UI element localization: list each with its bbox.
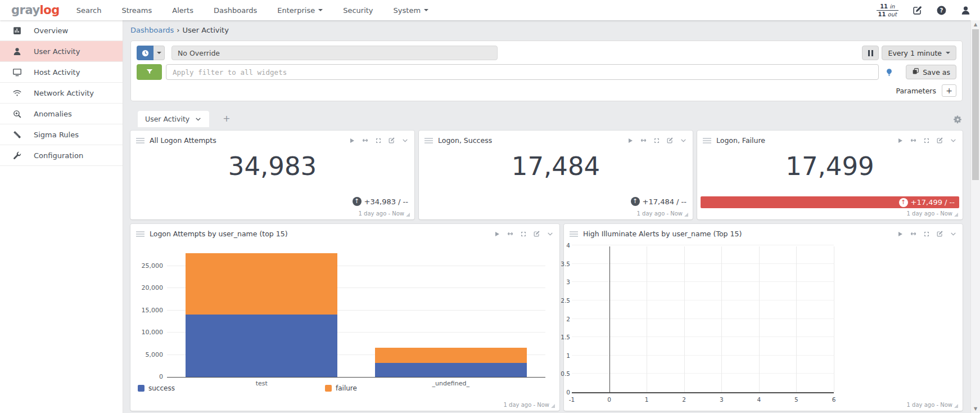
edit-icon[interactable] — [388, 137, 395, 144]
chevron-down-icon[interactable] — [547, 230, 554, 237]
edit-icon[interactable] — [912, 5, 923, 16]
pause-icon — [868, 50, 870, 56]
gridline-horizontal — [572, 300, 834, 300]
sidebar-item-label: Host Activity — [34, 68, 80, 77]
nav-item-system[interactable]: System — [394, 6, 428, 15]
nav-item-enterprise[interactable]: Enterprise — [277, 6, 323, 15]
svg-text:?: ? — [940, 7, 943, 14]
expand-icon[interactable] — [375, 137, 382, 144]
drag-handle-icon[interactable] — [136, 231, 144, 237]
sidebar-item-user-activity[interactable]: User Activity — [0, 41, 123, 62]
drag-handle-icon[interactable] — [570, 231, 578, 237]
x-axis-tick-label: 1 — [638, 396, 655, 403]
resize-handle[interactable] — [551, 404, 555, 408]
bar-segment-failure[interactable] — [186, 253, 337, 315]
gridline-vertical — [684, 246, 685, 392]
breadcrumb-current: User Activity — [183, 26, 229, 34]
sidebar-item-host-activity[interactable]: Host Activity — [0, 62, 123, 83]
widget-filter-input[interactable] — [166, 64, 879, 80]
bar-segment-success[interactable] — [186, 315, 337, 377]
time-range-caret[interactable] — [153, 46, 165, 60]
resize-handle[interactable] — [684, 213, 688, 217]
drag-handle-icon[interactable] — [703, 138, 711, 143]
resize-handle[interactable] — [406, 213, 410, 217]
empty-chart-axes: 00.511.522.533.54-10123456 — [572, 246, 834, 393]
add-tab-button[interactable]: + — [220, 113, 232, 127]
expand-icon[interactable] — [923, 137, 930, 144]
save-as-button[interactable]: Save as — [906, 65, 956, 79]
nav-item-dashboards[interactable]: Dashboards — [214, 6, 257, 15]
nav-item-streams[interactable]: Streams — [121, 6, 152, 15]
resize-handle[interactable] — [954, 404, 958, 408]
gear-icon[interactable] — [953, 115, 963, 124]
graylog-logo[interactable]: graylog — [11, 3, 60, 17]
arrow-up-circle-icon: ↑ — [631, 197, 640, 206]
bar-undefined[interactable] — [375, 348, 527, 377]
y-axis-tick-label: 5,000 — [132, 351, 163, 358]
move-horizontal-icon[interactable] — [910, 230, 917, 237]
help-icon[interactable]: ? — [936, 5, 947, 16]
scroll-up-arrow[interactable]: ▲ — [971, 20, 980, 29]
sidebar-item-configuration[interactable]: Configuration — [0, 145, 123, 166]
drag-handle-icon[interactable] — [136, 138, 144, 143]
play-icon[interactable] — [627, 137, 634, 144]
bar-segment-success[interactable] — [375, 363, 527, 377]
edit-icon[interactable] — [936, 230, 943, 237]
x-axis-tick-label: 5 — [788, 396, 805, 403]
move-horizontal-icon[interactable] — [910, 137, 917, 144]
sidebar-item-label: Sigma Rules — [34, 131, 79, 139]
gridline-vertical — [796, 246, 797, 392]
nav-item-alerts[interactable]: Alerts — [172, 6, 193, 15]
chevron-down-icon[interactable] — [950, 230, 957, 237]
legend-swatch — [138, 385, 144, 392]
main-content: Dashboards›User Activity No Override Eve… — [123, 20, 970, 413]
scroll-down-arrow[interactable]: ▼ — [971, 405, 980, 413]
edit-icon[interactable] — [936, 137, 943, 144]
tab-user-activity[interactable]: User Activity — [138, 111, 209, 127]
chevron-down-icon[interactable] — [680, 137, 687, 144]
expand-icon[interactable] — [923, 231, 930, 237]
user-icon[interactable] — [960, 5, 971, 16]
filter-button[interactable] — [137, 64, 162, 80]
breadcrumb-dashboards-link[interactable]: Dashboards — [130, 26, 174, 34]
widget-timerange: 1 day ago - Now — [907, 402, 958, 408]
play-icon[interactable] — [897, 137, 904, 144]
edit-icon[interactable] — [533, 230, 540, 237]
lightbulb-icon[interactable] — [885, 68, 893, 77]
edit-icon[interactable] — [666, 137, 674, 144]
trend-indicator: ↑ +34,983 / -- — [353, 197, 408, 206]
move-horizontal-icon[interactable] — [640, 137, 647, 144]
play-icon[interactable] — [897, 231, 904, 237]
nav-item-security[interactable]: Security — [343, 6, 373, 15]
move-horizontal-icon[interactable] — [362, 137, 369, 144]
clock-icon — [137, 46, 153, 60]
move-horizontal-icon[interactable] — [507, 230, 514, 237]
chevron-down-icon[interactable] — [401, 137, 409, 144]
bar-test[interactable] — [186, 253, 337, 377]
add-parameter-button[interactable]: + — [942, 84, 956, 97]
time-override-field[interactable]: No Override — [171, 46, 498, 60]
drag-handle-icon[interactable] — [424, 138, 433, 143]
caret-down-icon — [424, 9, 428, 11]
sidebar-item-sigma-rules[interactable]: Sigma Rules — [0, 124, 123, 145]
y-axis-tick-label: 4 — [553, 242, 570, 249]
search-plus-icon — [12, 109, 22, 119]
play-icon[interactable] — [494, 231, 500, 237]
resize-handle[interactable] — [954, 213, 958, 217]
expand-icon[interactable] — [653, 137, 660, 144]
y-axis-tick-label: 1 — [553, 352, 570, 359]
bar-segment-failure[interactable] — [375, 348, 527, 363]
time-range-button[interactable] — [137, 46, 165, 60]
sidebar-item-network-activity[interactable]: Network Activity — [0, 83, 123, 104]
nav-item-search[interactable]: Search — [76, 6, 102, 15]
scrollbar-thumb[interactable] — [972, 29, 979, 180]
monitor-icon — [12, 67, 22, 77]
gridline-horizontal — [572, 245, 834, 245]
sidebar-item-anomalies[interactable]: Anomalies — [0, 104, 123, 124]
refresh-interval-dropdown[interactable]: Every 1 minute — [882, 46, 956, 60]
pause-refresh-button[interactable] — [862, 46, 879, 60]
sidebar-item-overview[interactable]: Overview — [0, 20, 123, 41]
expand-icon[interactable] — [520, 231, 527, 237]
play-icon[interactable] — [349, 137, 355, 144]
chevron-down-icon[interactable] — [950, 137, 957, 144]
